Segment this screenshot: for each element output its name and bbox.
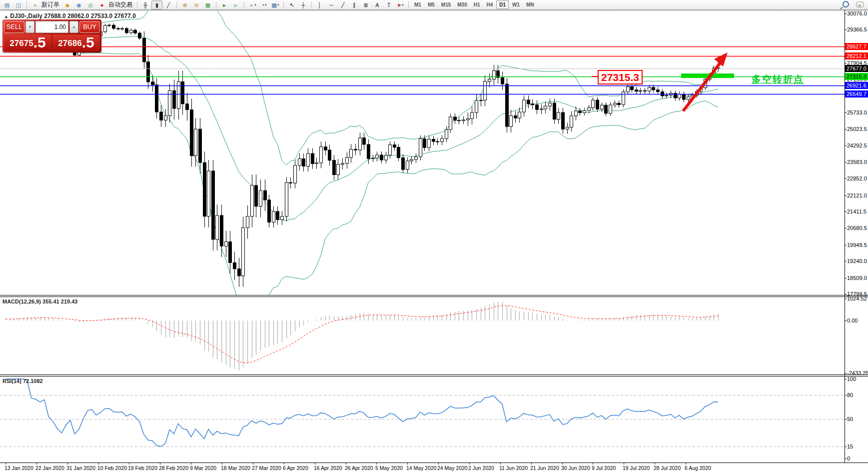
panel-separator[interactable] bbox=[0, 376, 868, 376]
date-tick bbox=[129, 462, 129, 464]
indicators-button[interactable]: ＋▾ bbox=[247, 0, 258, 10]
price-note-box[interactable]: 27315.3 bbox=[598, 70, 643, 84]
axis-tick bbox=[845, 112, 847, 113]
chart-profiles-button[interactable]: ◫ bbox=[13, 0, 24, 10]
new-order-label[interactable]: 新订单 bbox=[41, 0, 59, 9]
axis-tick-label: 0.00 bbox=[847, 318, 858, 324]
tile-windows-button[interactable]: ▦ bbox=[202, 0, 213, 10]
collapse-arrow-icon[interactable]: ▲ bbox=[4, 14, 8, 19]
date-label: 28 Jul 2020 bbox=[654, 465, 681, 471]
macd-panel-canvas[interactable] bbox=[0, 297, 845, 374]
axis-tick-label: 21411.5 bbox=[847, 208, 867, 214]
buy-button[interactable]: BUY bbox=[79, 21, 100, 33]
periods-icon: ◔ bbox=[261, 1, 264, 9]
toolbar-separator bbox=[176, 2, 177, 8]
axis-tick-label: 0 bbox=[847, 456, 850, 462]
buy-price-display[interactable]: 27686 .5 bbox=[52, 34, 100, 51]
axis-tick-label: 22121.0 bbox=[847, 192, 867, 198]
date-tick bbox=[624, 462, 624, 464]
zoom-in-button[interactable]: ⊕ bbox=[179, 0, 190, 10]
toolbar-separator bbox=[216, 2, 216, 8]
sell-button[interactable]: SELL bbox=[4, 21, 24, 33]
tf-w1-button[interactable]: W1 bbox=[509, 0, 523, 9]
autotrading-label[interactable]: 自动交易 bbox=[108, 0, 132, 9]
horizontal-line-button[interactable]: ─ bbox=[326, 0, 337, 10]
chat-icon[interactable] bbox=[856, 2, 864, 8]
zoom-out-icon: ⊖ bbox=[194, 1, 198, 9]
rsi-panel-canvas[interactable] bbox=[0, 376, 845, 462]
metaeditor-button[interactable]: ◆ bbox=[62, 0, 73, 10]
crosshair-button[interactable]: ┼ bbox=[298, 0, 309, 10]
date-tick bbox=[253, 462, 253, 464]
date-tick bbox=[438, 462, 439, 464]
tf-m5-button[interactable]: M5 bbox=[425, 0, 438, 9]
panel-separator[interactable] bbox=[0, 374, 868, 375]
dropdown-caret-icon[interactable]: ▾ bbox=[254, 1, 256, 9]
date-tick bbox=[160, 462, 160, 464]
date-tick bbox=[531, 462, 532, 464]
auto-scroll-button[interactable]: ▸ bbox=[219, 0, 230, 10]
chart-shift-button[interactable]: ▹ bbox=[230, 0, 241, 10]
date-tick bbox=[655, 462, 655, 464]
trendline-icon: ╱ bbox=[341, 1, 345, 9]
new-chart-button[interactable]: ▤ bbox=[1, 0, 12, 10]
dropdown-caret-icon[interactable]: ▾ bbox=[277, 1, 279, 9]
market-button[interactable]: ◉ bbox=[73, 0, 84, 10]
text-label-button[interactable]: T bbox=[383, 0, 394, 10]
axis-tick-label: 80 bbox=[847, 392, 853, 398]
line-chart-button[interactable]: ╱ bbox=[163, 0, 174, 10]
new-order-button[interactable]: ＋ bbox=[29, 0, 40, 10]
volume-input[interactable] bbox=[35, 21, 68, 33]
date-tick bbox=[686, 462, 686, 464]
dropdown-caret-icon[interactable]: ▾ bbox=[265, 1, 267, 9]
periods-button[interactable]: ◔▾ bbox=[258, 0, 269, 10]
search-icon[interactable] bbox=[843, 1, 849, 8]
ohlc-values: 27688.0 28062.0 27533.0 27677.0 bbox=[44, 12, 136, 20]
date-label: 28 Feb 2020 bbox=[159, 465, 188, 471]
cursor-button[interactable]: ↖ bbox=[286, 0, 297, 10]
arrows-button[interactable]: ➤▾ bbox=[395, 0, 406, 10]
vertical-line-button[interactable]: │ bbox=[314, 0, 325, 10]
volume-increase-button[interactable]: ▲ bbox=[69, 21, 78, 33]
axis-tick bbox=[845, 373, 847, 374]
macd-label: MACD(12,26,9) 355.41 219.43 bbox=[2, 298, 77, 304]
sell-price-display[interactable]: 27675 .5 bbox=[4, 34, 51, 51]
axis-tick bbox=[845, 419, 847, 420]
fibonacci-button[interactable]: ≣ bbox=[360, 0, 371, 10]
text-label-icon: T bbox=[387, 1, 391, 9]
tf-h1-button[interactable]: H1 bbox=[471, 0, 483, 9]
candlestick-chart-button[interactable]: ▮ bbox=[151, 0, 162, 10]
sell-price-main: 27675 bbox=[9, 37, 33, 50]
tf-m1-button[interactable]: M1 bbox=[411, 0, 424, 9]
autotrading-button[interactable]: ● bbox=[96, 0, 107, 10]
text-button[interactable]: A bbox=[372, 0, 383, 10]
turning-point-note[interactable]: 多空转折点 bbox=[752, 73, 804, 86]
buy-price-main: 27686 bbox=[58, 37, 81, 50]
axis-tick-label: 19240.0 bbox=[847, 258, 867, 264]
dropdown-caret-icon[interactable]: ▾ bbox=[402, 1, 404, 9]
trend-arrow[interactable] bbox=[677, 50, 733, 116]
tf-d1-button[interactable]: D1 bbox=[496, 0, 509, 9]
volume-decrease-button[interactable]: ▼ bbox=[25, 21, 34, 33]
candlestick-chart-icon: ▮ bbox=[155, 1, 158, 9]
bar-chart-button[interactable]: ╫ bbox=[140, 0, 151, 10]
autotrading-icon: ● bbox=[100, 1, 104, 9]
sell-price-fraction: .5 bbox=[33, 35, 46, 50]
date-label: 6 Apr 2020 bbox=[283, 465, 308, 471]
panel-separator[interactable] bbox=[0, 296, 868, 297]
tf-m30-button[interactable]: M30 bbox=[454, 0, 470, 9]
equidistant-channel-button[interactable]: ∥ bbox=[349, 0, 360, 10]
date-tick bbox=[593, 462, 593, 464]
tile-windows-icon: ▦ bbox=[205, 1, 210, 9]
price-note-tick bbox=[592, 76, 598, 77]
tf-h4-button[interactable]: H4 bbox=[484, 0, 496, 9]
signals-button[interactable]: ◎ bbox=[85, 0, 96, 10]
chart-title: ▲ DJ30-,Daily 27688.0 28062.0 27533.0 27… bbox=[4, 12, 136, 20]
zoom-out-button[interactable]: ⊖ bbox=[191, 0, 202, 10]
tf-m15-button[interactable]: M15 bbox=[438, 0, 454, 9]
panel-separator[interactable] bbox=[0, 295, 868, 296]
trendline-button[interactable]: ╱ bbox=[337, 0, 348, 10]
tf-mn-button[interactable]: MN bbox=[523, 0, 537, 9]
templates-button[interactable]: ▩▾ bbox=[270, 0, 281, 10]
date-tick bbox=[5, 462, 6, 464]
